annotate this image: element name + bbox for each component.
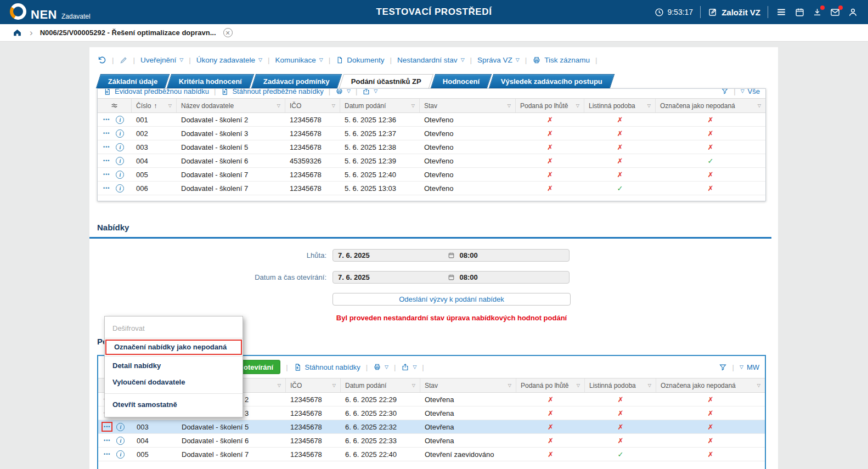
info-icon[interactable] (116, 450, 125, 459)
tab-zadavaci-podminky[interactable]: Zadávací podmínky (251, 74, 342, 88)
tab-zakladni-udaje[interactable]: Základní údaje (96, 74, 170, 88)
filter-caret-icon[interactable] (332, 104, 335, 108)
filter-caret-icon[interactable] (508, 383, 511, 388)
menu-documents[interactable]: Dokumenty (336, 56, 384, 64)
table-row[interactable]: 002 Dodavatel - školení 3 12345678 5. 6.… (98, 127, 765, 140)
filter-caret-icon[interactable] (648, 383, 651, 388)
opening-date-value[interactable]: 7. 6. 2025 (333, 273, 448, 281)
deadline-date-value[interactable]: 7. 6. 2025 (333, 251, 448, 259)
export-table-button[interactable] (362, 89, 377, 95)
row-menu-icon[interactable] (102, 184, 111, 192)
filter-caret-icon[interactable] (508, 104, 511, 108)
filter-caret-icon[interactable] (758, 104, 761, 108)
filter-caret-icon[interactable] (278, 383, 281, 388)
download-offers-button[interactable]: Stáhnout nabídky (294, 363, 360, 371)
calendar-button[interactable] (794, 7, 805, 18)
table-row[interactable]: 004 Dodavatel - školení 6 12345678 6. 6.… (98, 434, 765, 448)
menu-nonstandard-state[interactable]: Nestandardní stav (397, 56, 464, 64)
view-selector[interactable]: MW (740, 363, 759, 371)
close-icon[interactable]: ✕ (223, 28, 233, 37)
menu-vz-admin[interactable]: Správa VZ (477, 56, 520, 64)
calendar-icon[interactable] (448, 274, 455, 281)
filter-caret-icon[interactable] (577, 383, 580, 388)
edit-record-button[interactable] (120, 56, 128, 64)
row-menu-icon[interactable] (102, 171, 111, 178)
column-header-nepodana[interactable]: Označena jako nepodaná (656, 378, 765, 392)
register-prelim-offer-button[interactable]: Evidovat předběžnou nabídku (103, 89, 209, 95)
row-menu-icon[interactable] (103, 437, 111, 444)
menu-item-oznaceni-nepodana[interactable]: Označení nabídky jako nepodaná (105, 340, 242, 355)
info-icon[interactable] (116, 143, 124, 151)
downloads-button[interactable] (812, 7, 822, 18)
column-header-po-lhute[interactable]: Podaná po lhůtě (516, 378, 585, 392)
menu-item-detail-nabidky[interactable]: Detail nabídky (105, 358, 243, 374)
create-vz-button[interactable]: Založit VZ (708, 7, 760, 17)
column-header-ico[interactable]: IČO (286, 378, 341, 392)
opening-input[interactable]: 7. 6. 2025 08:00 (332, 271, 570, 284)
calendar-icon[interactable] (448, 252, 455, 259)
column-header-po-lhute[interactable]: Podaná po lhůtě (516, 99, 584, 112)
info-icon[interactable] (116, 423, 125, 431)
filter-funnel-icon[interactable] (721, 89, 729, 95)
column-header-listinna[interactable]: Listinná podoba (585, 378, 656, 392)
opening-time-value[interactable]: 08:00 (455, 273, 570, 281)
menu-item-vylouceni-dodavatele[interactable]: Vyloučení dodavatele (105, 374, 243, 391)
table-row[interactable]: 004 Dodavatel - školení 6 45359326 5. 6.… (98, 154, 765, 168)
row-menu-icon[interactable] (103, 423, 111, 431)
info-icon[interactable] (116, 129, 124, 138)
deadline-time-value[interactable]: 08:00 (455, 251, 570, 259)
table-row-selected[interactable]: 003 Dodavatel - školení 5 12345678 6. 6.… (98, 420, 765, 434)
info-icon[interactable] (116, 171, 124, 179)
column-header-cislo[interactable]: Číslo (132, 99, 177, 112)
send-invitation-button[interactable]: Odeslání výzvy k podání nabídek (332, 293, 571, 306)
tab-vysledek[interactable]: Výsledek zadávacího postupu (489, 74, 615, 88)
filter-caret-icon[interactable] (647, 104, 651, 108)
deadline-input[interactable]: 7. 6. 2025 08:00 (332, 249, 570, 262)
messages-button[interactable] (830, 7, 841, 18)
filter-caret-icon[interactable] (576, 104, 579, 108)
filter-caret-icon[interactable] (412, 383, 415, 388)
filter-caret-icon[interactable] (277, 104, 280, 108)
row-menu-icon[interactable] (102, 143, 111, 151)
column-header-datum[interactable]: Datum podání (341, 378, 420, 392)
menu-communication[interactable]: Komunikace (275, 56, 323, 64)
print-table-button[interactable] (373, 363, 388, 371)
filter-caret-icon[interactable] (168, 104, 172, 108)
info-icon[interactable] (116, 116, 124, 124)
tab-podani-ucastniku[interactable]: Podání účastníků ZP (339, 74, 433, 88)
filter-caret-icon[interactable] (757, 383, 760, 388)
table-row[interactable]: 003 Dodavatel - školení 5 12345678 5. 6.… (98, 140, 765, 154)
filter-caret-icon[interactable] (332, 383, 336, 388)
column-header-stav[interactable]: Stav (420, 99, 516, 112)
filter-funnel-icon[interactable] (719, 363, 727, 371)
column-header-stav[interactable]: Stav (420, 378, 516, 392)
table-row[interactable]: 001 Dodavatel - školení 2 12345678 5. 6.… (98, 113, 765, 127)
table-row[interactable]: 005 Dodavatel - školení 7 12345678 5. 6.… (98, 168, 765, 182)
table-row[interactable]: 006 Dodavatel - školení 7 12345678 5. 6.… (98, 182, 765, 195)
undo-button[interactable] (97, 55, 106, 65)
tab-kriteria-hodnoceni[interactable]: Kritéria hodnocení (167, 74, 254, 88)
brand[interactable]: NEN Zadavatel (10, 3, 91, 21)
info-icon[interactable] (116, 184, 124, 193)
row-menu-icon[interactable] (102, 116, 111, 123)
menu-contracting-actions[interactable]: Úkony zadavatele (196, 56, 262, 64)
print-record-button[interactable]: Tisk záznamu (532, 56, 590, 64)
column-header-listinna[interactable]: Listinná podoba (584, 99, 656, 112)
column-header-nepodana[interactable]: Označena jako nepodaná (656, 99, 765, 112)
column-header-datum[interactable]: Datum podání (340, 99, 420, 112)
download-prelim-offers-button[interactable]: Stáhnout předběžné nabídky (221, 89, 323, 95)
tab-hodnoceni[interactable]: Hodnocení (430, 74, 492, 88)
info-icon[interactable] (116, 437, 125, 445)
print-table-button[interactable] (335, 89, 351, 95)
table-row[interactable]: 005 Dodavatel - školení 7 12345678 6. 6.… (98, 448, 765, 461)
row-menu-icon[interactable] (103, 450, 111, 458)
export-table-button[interactable] (401, 363, 416, 371)
breadcrumb-item[interactable]: N006/25/V00005292 - Řešení optimalizace … (40, 29, 216, 37)
menu-item-otevrit-samostatne[interactable]: Otevřít samostatně (105, 397, 243, 413)
filter-caret-icon[interactable] (412, 104, 415, 108)
row-menu-icon[interactable] (102, 129, 111, 137)
column-header-nazev[interactable]: Název dodavatele (177, 99, 285, 112)
row-menu-icon[interactable] (102, 157, 111, 165)
user-profile-button[interactable] (848, 7, 858, 18)
column-settings[interactable] (98, 99, 132, 112)
